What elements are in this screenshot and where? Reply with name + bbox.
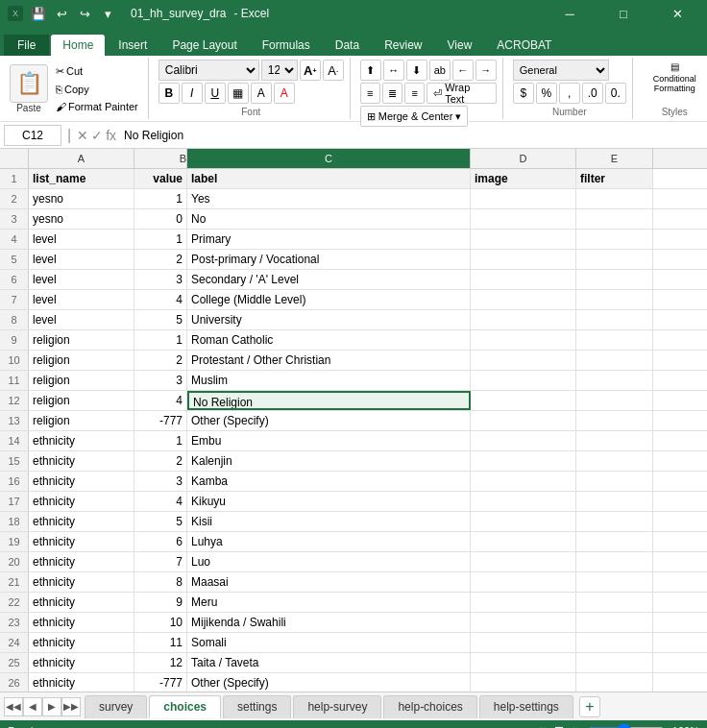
cell-c9[interactable]: Roman Catholic: [187, 330, 471, 350]
cell-e14[interactable]: [576, 431, 653, 450]
align-top-button[interactable]: ⬆: [360, 60, 381, 81]
cell-b12[interactable]: 4: [134, 391, 187, 410]
sheet-nav-next[interactable]: ▶: [42, 697, 61, 716]
copy-button[interactable]: ⎘ Copy: [52, 82, 142, 97]
cell-a8[interactable]: level: [29, 310, 134, 329]
sheet-tab-survey[interactable]: survey: [85, 695, 147, 718]
align-bottom-button[interactable]: ⬇: [406, 60, 427, 81]
cell-a3[interactable]: yesno: [29, 209, 134, 229]
cell-d24[interactable]: [471, 633, 576, 652]
col-header-c[interactable]: C: [187, 149, 471, 168]
cell-a23[interactable]: ethnicity: [29, 613, 134, 632]
page-layout-button[interactable]: ⊞: [538, 725, 547, 729]
cell-c21[interactable]: Maasai: [187, 572, 471, 592]
cell-c13[interactable]: Other (Specify): [187, 411, 471, 430]
cell-e17[interactable]: [576, 492, 653, 511]
cell-c22[interactable]: Meru: [187, 593, 471, 612]
cell-c25[interactable]: Taita / Taveta: [187, 653, 471, 672]
col-header-a[interactable]: A: [29, 149, 134, 168]
conditional-formatting-button[interactable]: ▤ Conditional Formatting: [643, 60, 707, 95]
cell-a5[interactable]: level: [29, 250, 134, 269]
cell-e19[interactable]: [576, 532, 653, 551]
tab-home[interactable]: Home: [51, 35, 105, 56]
cell-b7[interactable]: 4: [134, 290, 187, 309]
minimize-button[interactable]: ─: [548, 0, 592, 27]
cell-d18[interactable]: [471, 512, 576, 531]
cell-b8[interactable]: 5: [134, 310, 187, 329]
cell-e15[interactable]: [576, 451, 653, 471]
col-header-b[interactable]: B: [134, 149, 187, 168]
cell-a22[interactable]: ethnicity: [29, 593, 134, 612]
cell-a21[interactable]: ethnicity: [29, 572, 134, 592]
text-orientation-button[interactable]: ab: [429, 60, 451, 81]
font-size-select[interactable]: 12: [261, 60, 298, 81]
add-sheet-button[interactable]: +: [579, 696, 600, 717]
comma-button[interactable]: ,: [559, 83, 580, 104]
col-header-d[interactable]: D: [471, 149, 576, 168]
cell-b23[interactable]: 10: [134, 613, 187, 632]
cell-e16[interactable]: [576, 472, 653, 491]
cell-c19[interactable]: Luhya: [187, 532, 471, 551]
sheet-tab-help-survey[interactable]: help-survey: [293, 695, 381, 718]
cell-e7[interactable]: [576, 290, 653, 309]
cell-d6[interactable]: [471, 270, 576, 289]
cell-e26[interactable]: [576, 673, 653, 692]
cell-a26[interactable]: ethnicity: [29, 673, 134, 692]
cell-b24[interactable]: 11: [134, 633, 187, 652]
cell-e13[interactable]: [576, 411, 653, 430]
cell-c2[interactable]: Yes: [187, 189, 471, 208]
cell-d2[interactable]: [471, 189, 576, 208]
save-button[interactable]: 💾: [29, 4, 48, 23]
cell-c20[interactable]: Luo: [187, 552, 471, 571]
customize-quick-access[interactable]: ▾: [98, 4, 117, 23]
cell-d12[interactable]: [471, 391, 576, 410]
align-right-button[interactable]: ≡: [404, 83, 425, 104]
cell-c6[interactable]: Secondary / 'A' Level: [187, 270, 471, 289]
cell-b3[interactable]: 0: [134, 209, 187, 229]
cell-d21[interactable]: [471, 572, 576, 592]
cell-b14[interactable]: 1: [134, 431, 187, 450]
bold-button[interactable]: B: [158, 83, 180, 104]
cell-e24[interactable]: [576, 633, 653, 652]
cell-e25[interactable]: [576, 653, 653, 672]
fill-color-button[interactable]: A: [251, 83, 272, 104]
maximize-button[interactable]: □: [601, 0, 646, 27]
cell-c10[interactable]: Protestant / Other Christian: [187, 351, 471, 370]
undo-button[interactable]: ↩: [52, 4, 71, 23]
cell-b25[interactable]: 12: [134, 653, 187, 672]
cell-b17[interactable]: 4: [134, 492, 187, 511]
cell-b13[interactable]: -777: [134, 411, 187, 430]
cell-c23[interactable]: Mijikenda / Swahili: [187, 613, 471, 632]
cell-a16[interactable]: ethnicity: [29, 472, 134, 491]
cell-c15[interactable]: Kalenjin: [187, 451, 471, 471]
cell-a2[interactable]: yesno: [29, 189, 134, 208]
border-button[interactable]: ▦: [228, 83, 249, 104]
cell-d13[interactable]: [471, 411, 576, 430]
increase-font-button[interactable]: A+: [300, 60, 321, 81]
sheet-tab-help-choices[interactable]: help-choices: [383, 695, 476, 718]
cell-a25[interactable]: ethnicity: [29, 653, 134, 672]
cell-d7[interactable]: [471, 290, 576, 309]
cell-a18[interactable]: ethnicity: [29, 512, 134, 531]
cell-c4[interactable]: Primary: [187, 230, 471, 249]
cell-d17[interactable]: [471, 492, 576, 511]
cell-a24[interactable]: ethnicity: [29, 633, 134, 652]
cell-c1[interactable]: label: [187, 169, 471, 188]
cell-e21[interactable]: [576, 572, 653, 592]
col-header-e[interactable]: E: [576, 149, 653, 168]
cell-a13[interactable]: religion: [29, 411, 134, 430]
cell-c7[interactable]: College (Middle Level): [187, 290, 471, 309]
normal-view-button[interactable]: ☰: [554, 725, 564, 729]
cell-b11[interactable]: 3: [134, 371, 187, 390]
cell-b20[interactable]: 7: [134, 552, 187, 571]
sheet-nav-prev[interactable]: ◀: [23, 697, 42, 716]
cell-d10[interactable]: [471, 351, 576, 370]
cell-d9[interactable]: [471, 330, 576, 350]
align-left-button[interactable]: ≡: [360, 83, 380, 104]
confirm-formula-icon[interactable]: ✓: [91, 128, 103, 143]
cell-a10[interactable]: religion: [29, 351, 134, 370]
tab-formulas[interactable]: Formulas: [251, 35, 322, 56]
format-painter-button[interactable]: 🖌 Format Painter: [52, 99, 142, 114]
cell-b2[interactable]: 1: [134, 189, 187, 208]
merge-center-button[interactable]: ⊞ Merge & Center ▾: [360, 106, 469, 127]
